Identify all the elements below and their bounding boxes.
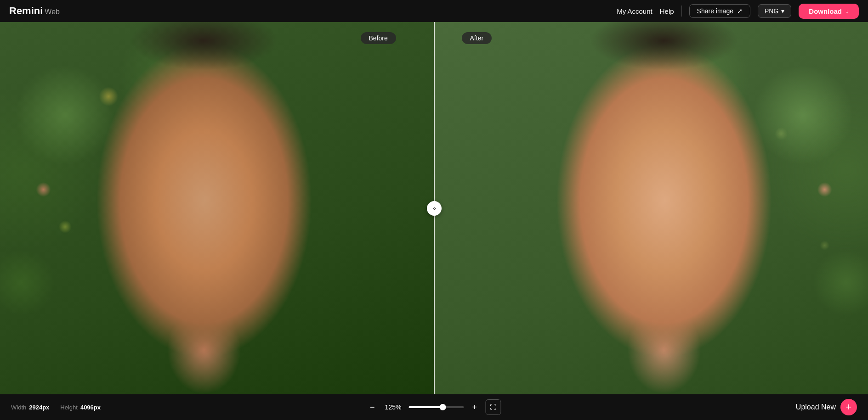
logo-suffix: Web (45, 8, 60, 16)
fullscreen-button[interactable]: ⛶ (485, 399, 501, 415)
navbar: Remini Web My Account Help Share image ⤢… (0, 0, 868, 22)
zoom-slider-fill (409, 406, 443, 408)
height-info: Height 4096px (60, 404, 101, 411)
format-label: PNG (765, 7, 778, 15)
zoom-slider-thumb[interactable] (440, 404, 446, 410)
zoom-controls: − 125% + ⛶ (367, 399, 501, 415)
after-image (434, 22, 868, 394)
dimension-info: Width 2924px Height 4096px (11, 404, 101, 411)
share-icon: ⤢ (737, 7, 743, 15)
image-comparison-area[interactable]: Before After ‹› (0, 22, 868, 394)
height-value: 4096px (80, 404, 101, 411)
share-label: Share image (697, 7, 733, 15)
my-account-link[interactable]: My Account (617, 7, 652, 15)
comparison-handle[interactable]: ‹› (427, 201, 442, 216)
help-link[interactable]: Help (660, 7, 674, 15)
handle-arrows-icon: ‹› (433, 205, 435, 212)
chevron-down-icon: ▾ (781, 7, 784, 15)
download-icon: ↓ (845, 7, 849, 15)
share-button[interactable]: Share image ⤢ (689, 4, 750, 18)
zoom-percent: 125% (383, 403, 403, 411)
upload-new-area: Upload New + (796, 399, 857, 415)
height-label: Height (60, 404, 78, 411)
width-value: 2924px (29, 404, 49, 411)
logo-area: Remini Web (9, 5, 60, 17)
nav-right: My Account Help Share image ⤢ PNG ▾ Down… (617, 4, 859, 19)
bottom-bar: Width 2924px Height 4096px − 125% + ⛶ Up… (0, 394, 868, 420)
zoom-slider-track[interactable] (409, 406, 464, 408)
width-label: Width (11, 404, 26, 411)
logo-brand: Remini (9, 5, 43, 17)
after-label: After (462, 32, 492, 44)
download-label: Download (809, 7, 842, 15)
nav-divider (681, 6, 682, 17)
before-label: Before (361, 32, 396, 44)
width-info: Width 2924px (11, 404, 49, 411)
fullscreen-icon: ⛶ (490, 403, 496, 411)
format-selector[interactable]: PNG ▾ (758, 4, 791, 18)
download-button[interactable]: Download ↓ (799, 4, 859, 19)
upload-new-button[interactable]: Upload New (796, 403, 836, 411)
zoom-out-button[interactable]: − (367, 402, 378, 412)
before-image (0, 22, 434, 394)
upload-plus-button[interactable]: + (840, 399, 857, 415)
zoom-in-button[interactable]: + (470, 402, 480, 412)
